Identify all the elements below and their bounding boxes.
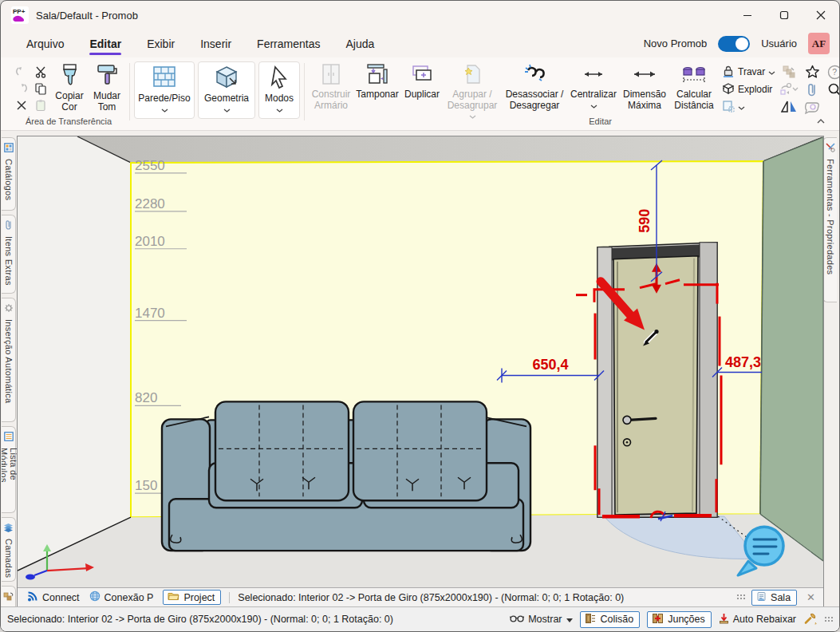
- ribbon-separator: [304, 63, 305, 120]
- agrupar-desagrupar-button[interactable]: Agrupar / Desagrupar: [443, 61, 502, 122]
- geometria-button[interactable]: Geometria: [198, 61, 255, 119]
- paste-icon[interactable]: [31, 97, 50, 113]
- svg-text:PP+: PP+: [13, 8, 26, 15]
- menu-editar[interactable]: Editar: [89, 33, 121, 55]
- duplicate-icon: [410, 63, 434, 88]
- chevron-down-icon: [276, 105, 283, 115]
- collapse-ribbon-icon[interactable]: [817, 113, 825, 127]
- resize-grip[interactable]: [736, 594, 745, 601]
- viewport-status-bar: Connect Conexão P Project Selecionado: I…: [18, 587, 823, 606]
- help-icon[interactable]: ?: [827, 65, 840, 80]
- cube-icon: [214, 65, 239, 92]
- scene-3d[interactable]: 2550 2280 2010 1470 820 150: [18, 136, 823, 588]
- mostrar-dropdown[interactable]: Mostrar: [510, 614, 572, 625]
- novo-promob-label: Novo Promob: [644, 38, 707, 49]
- cut-icon[interactable]: [31, 63, 50, 80]
- chevron-down-icon: [469, 111, 476, 121]
- tab-itens-extras[interactable]: Itens Extras: [2, 215, 16, 294]
- juncoes-button[interactable]: Junções: [647, 611, 712, 628]
- menu-inserir[interactable]: Inserir: [200, 33, 231, 55]
- redo-icon[interactable]: [12, 80, 31, 97]
- user-label[interactable]: Usuário: [761, 38, 797, 49]
- dashed-selection-icon: [722, 100, 735, 115]
- maximize-button[interactable]: [766, 1, 803, 30]
- collision-panel-icon: [585, 613, 597, 626]
- viewport-selection-text: Selecionado: Interior 02 -> Porta de Gir…: [229, 592, 624, 603]
- construir-armario-button[interactable]: Construir Armário: [309, 61, 353, 111]
- comment-shape-icon[interactable]: [804, 101, 820, 114]
- measure-distance-icon: [680, 63, 708, 88]
- chevron-down-icon: [590, 101, 597, 111]
- left-dock: Catálogos Itens Extras Inserção Automáti…: [2, 137, 18, 607]
- svg-text:2010: 2010: [135, 234, 165, 249]
- layers-icon: [3, 521, 14, 535]
- tools-icon: [826, 141, 835, 156]
- auto-rebaixar-button[interactable]: Auto Rebaixar: [719, 613, 796, 626]
- tab-substituir[interactable]: Substituir: [2, 586, 16, 607]
- ribbon-group-clipboard: Copiar Cor Mudar Tom Área de Transferênc…: [12, 61, 125, 127]
- promob-window: PP+ Sala/Default - Promob Arquivo Editar…: [0, 0, 840, 632]
- chevron-down-icon: [768, 66, 775, 77]
- clipboard-group-label: Área de Transferência: [12, 117, 125, 126]
- parede-piso-button[interactable]: Parede/Piso: [134, 61, 195, 119]
- sala-scene-button[interactable]: Sala: [751, 590, 797, 606]
- travar-button[interactable]: Travar: [722, 63, 775, 81]
- mudar-tom-button[interactable]: Mudar Tom: [89, 61, 125, 113]
- wrench-icon[interactable]: [803, 612, 817, 627]
- rotate-arrows-icon[interactable]: [779, 82, 799, 97]
- chevron-down-icon: [161, 105, 168, 115]
- dropdown-triangle-icon: [566, 614, 573, 625]
- mirror-icon[interactable]: [781, 100, 797, 114]
- menu-ferramentas[interactable]: Ferramentas: [257, 33, 320, 55]
- delete-icon[interactable]: [12, 97, 31, 113]
- svg-text:?: ?: [832, 67, 837, 77]
- tab-lista-de-modulos[interactable]: Lista de Módulos: [2, 426, 16, 513]
- svg-text:1470: 1470: [135, 306, 165, 321]
- novo-promob-toggle[interactable]: [718, 36, 750, 52]
- menu-arquivo[interactable]: Arquivo: [26, 33, 64, 55]
- menu-ajuda[interactable]: Ajuda: [345, 33, 374, 55]
- ribbon: Copiar Cor Mudar Tom Área de Transferênc…: [1, 57, 839, 131]
- close-button[interactable]: [803, 1, 839, 30]
- dim-590: 590: [637, 209, 653, 233]
- edit-group-label: Editar: [589, 117, 612, 126]
- tab-catalogos[interactable]: Catálogos: [2, 137, 16, 211]
- user-avatar[interactable]: AF: [808, 33, 830, 54]
- favorite-star-icon[interactable]: [805, 65, 820, 80]
- centralizar-button[interactable]: Centralizar: [567, 61, 620, 111]
- colisao-button[interactable]: Colisão: [580, 611, 641, 628]
- menu-exibir[interactable]: Exibir: [147, 33, 175, 55]
- stacked-cubes-icon[interactable]: [782, 65, 796, 79]
- globe-icon: [89, 591, 101, 604]
- ribbon-separator: [129, 63, 130, 120]
- tab-insercao-automatica[interactable]: Inserção Automática: [2, 298, 16, 422]
- tamponar-button[interactable]: Tamponar: [353, 61, 401, 101]
- resize-grip[interactable]: [824, 616, 833, 623]
- cursor-arrow-icon: [268, 65, 290, 92]
- copy-icon[interactable]: [31, 80, 50, 97]
- explodir-button[interactable]: Explodir: [722, 81, 775, 98]
- status-bar: Selecionado: Interior 02 -> Porta de Gir…: [1, 606, 839, 631]
- close-view-icon[interactable]: ✕: [803, 591, 818, 603]
- tab-ferramentas-propriedades[interactable]: Ferramentas - Propriedades: [822, 137, 837, 302]
- minimize-button[interactable]: [729, 1, 766, 30]
- joints-icon: [652, 613, 664, 626]
- broken-chain-icon: [523, 63, 546, 88]
- paperclip-icon[interactable]: [806, 82, 818, 97]
- desassociar-desagregar-button[interactable]: Desassociar / Desagregar: [502, 61, 567, 111]
- connect-button[interactable]: Connect: [27, 591, 80, 604]
- modos-button[interactable]: Modos: [258, 61, 300, 119]
- duplicar-button[interactable]: Duplicar: [401, 61, 443, 101]
- dimensao-maxima-button[interactable]: Dimensão Máxima: [620, 61, 669, 111]
- glasses-icon: [510, 614, 524, 625]
- calcular-distancia-button[interactable]: Calcular Distância: [669, 61, 719, 111]
- project-button[interactable]: Project: [163, 590, 221, 605]
- tab-camadas[interactable]: Camadas: [2, 517, 16, 582]
- search-icon[interactable]: [827, 82, 840, 97]
- conexao-p-button[interactable]: Conexão P: [89, 591, 154, 604]
- sofa[interactable]: [162, 401, 530, 551]
- copiar-cor-button[interactable]: Copiar Cor: [50, 61, 89, 113]
- selection-options-button[interactable]: [722, 98, 775, 116]
- undo-icon[interactable]: [12, 63, 31, 80]
- room-document-icon: [756, 591, 767, 604]
